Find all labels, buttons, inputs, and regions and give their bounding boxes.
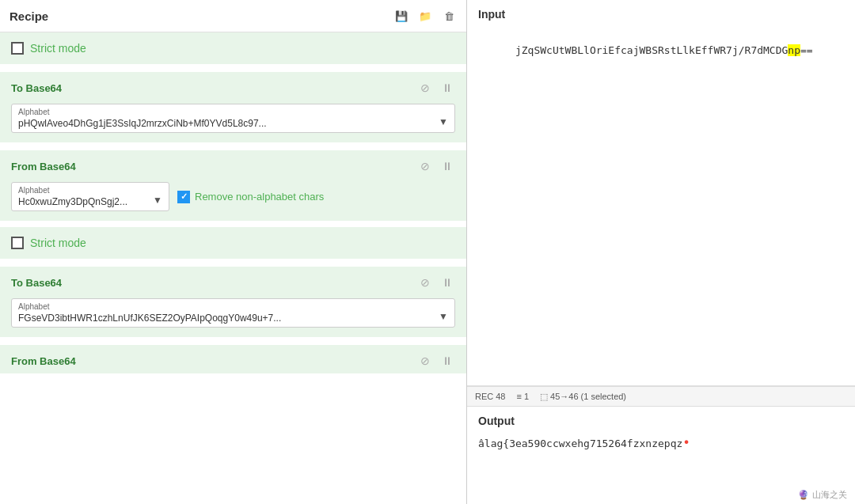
- input-text[interactable]: jZqSWcUtWBLlOriEfcajWBSRstLlkEffWR7j/R7d…: [478, 27, 844, 377]
- remove-nonalpha-option[interactable]: Remove non-alphabet chars: [177, 191, 324, 203]
- from-base64-bottom-block: From Base64 ⊘ ⏸: [0, 345, 466, 373]
- status-lines: ≡ 1: [516, 392, 529, 401]
- from-base64-top-options: Alphabet Hc0xwuZmy3DpQnSgj2... ▼ Remove …: [11, 182, 455, 211]
- disable-icon-to64-top[interactable]: ⊘: [417, 80, 433, 96]
- from-base64-top-header: From Base64 ⊘ ⏸: [0, 150, 466, 179]
- divider-3: [0, 221, 466, 227]
- input-text-after: ==: [800, 44, 813, 56]
- pause-icon-from64-top[interactable]: ⏸: [439, 158, 455, 174]
- status-selection-icon: ⬚: [540, 392, 548, 402]
- pause-icon-from64-bottom[interactable]: ⏸: [439, 353, 455, 369]
- output-text-content: âlag{3ea590ccwxehg715264fzxnzepqz: [478, 438, 682, 449]
- strict-mode-bottom-checkbox[interactable]: [11, 237, 24, 249]
- to-base64-bottom-actions: ⊘ ⏸: [417, 275, 455, 290]
- from-base64-top-title: From Base64: [11, 161, 76, 172]
- output-dot: •: [682, 435, 690, 450]
- to-base64-top-block: To Base64 ⊘ ⏸ Alphabet pHQwlAveo4DhGg1jE…: [0, 72, 466, 142]
- output-section: Output âlag{3ea590ccwxehg715264fzxnzepqz…: [467, 407, 855, 486]
- disable-icon-from64-top[interactable]: ⊘: [417, 158, 433, 174]
- to-base64-top-actions: ⊘ ⏸: [417, 80, 455, 96]
- strict-mode-top-checkbox[interactable]: [11, 42, 24, 55]
- input-label: Input: [478, 8, 844, 21]
- from-base64-bottom-actions: ⊘ ⏸: [417, 353, 455, 369]
- right-panel: Input jZqSWcUtWBLlOriEfcajWBSRstLlkEffWR…: [467, 0, 855, 504]
- dropdown-arrow-from64-top: ▼: [153, 195, 162, 206]
- alphabet-value-to64-top: pHQwlAveo4DhGg1jE3SsIqJ2mrzxCiNb+Mf0YVd5…: [18, 118, 448, 129]
- to-base64-bottom-block: To Base64 ⊘ ⏸ Alphabet FGseVD3ibtHWR1czh…: [0, 267, 466, 337]
- strict-mode-bottom-label: Strict mode: [30, 237, 86, 249]
- output-label: Output: [478, 415, 844, 427]
- status-lines-icon: ≡: [516, 392, 521, 401]
- input-text-highlighted: np: [788, 44, 800, 56]
- status-lines-value: 1: [524, 392, 529, 401]
- from-base64-top-block: From Base64 ⊘ ⏸ Alphabet Hc0xwuZmy3DpQnS…: [0, 150, 466, 221]
- divider-4: [0, 259, 466, 265]
- folder-icon[interactable]: 📁: [417, 8, 433, 24]
- watermark: 🔮 山海之关: [467, 486, 855, 504]
- save-icon[interactable]: 💾: [393, 8, 409, 24]
- status-selection: ⬚ 45→46 (1 selected): [540, 392, 626, 402]
- to-base64-top-header: To Base64 ⊘ ⏸: [0, 72, 466, 100]
- divider-1: [0, 64, 466, 70]
- disable-icon-from64-bottom[interactable]: ⊘: [417, 353, 433, 369]
- to-base64-bottom-title: To Base64: [11, 277, 62, 289]
- left-panel: Recipe 💾 📁 🗑 Strict mode To Base64 ⊘ ⏸: [0, 0, 467, 504]
- alphabet-dropdown-to64-bottom[interactable]: Alphabet FGseVD3ibtHWR1czhLnUfJK6SEZ2OyP…: [11, 298, 455, 328]
- strict-mode-bottom-row: Strict mode: [0, 227, 466, 259]
- strict-mode-top-label: Strict mode: [30, 42, 86, 55]
- alphabet-label-to64-bottom: Alphabet: [18, 302, 448, 311]
- remove-nonalpha-checkbox[interactable]: [177, 191, 190, 203]
- dropdown-arrow-to64-bottom: ▼: [439, 311, 448, 322]
- alphabet-label-from64-top: Alphabet: [18, 186, 162, 195]
- disable-icon-to64-bottom[interactable]: ⊘: [417, 275, 433, 290]
- status-rec: REC 48: [475, 392, 505, 401]
- remove-nonalpha-label: Remove non-alphabet chars: [195, 191, 324, 203]
- output-text: âlag{3ea590ccwxehg715264fzxnzepqz•: [478, 434, 844, 478]
- alphabet-value-from64-top: Hc0xwuZmy3DpQnSgj2...: [18, 196, 162, 207]
- strict-mode-top-row: Strict mode: [0, 32, 466, 64]
- status-bar: REC 48 ≡ 1 ⬚ 45→46 (1 selected): [467, 386, 855, 407]
- alphabet-value-to64-bottom: FGseVD3ibtHWR1czhLnUfJK6SEZ2OyPAIpQoqgY0…: [18, 313, 448, 324]
- pause-icon-to64-bottom[interactable]: ⏸: [439, 275, 455, 290]
- input-text-before: jZqSWcUtWBLlOriEfcajWBSRstLlkEffWR7j/R7d…: [515, 44, 788, 56]
- recipe-title: Recipe: [10, 9, 48, 23]
- input-section: Input jZqSWcUtWBLlOriEfcajWBSRstLlkEffWR…: [467, 0, 855, 386]
- divider-5: [0, 337, 466, 343]
- from-base64-bottom-header: From Base64 ⊘ ⏸: [0, 345, 466, 373]
- from-base64-bottom-title: From Base64: [11, 355, 76, 367]
- to-base64-top-title: To Base64: [11, 82, 62, 94]
- watermark-text: 山海之关: [812, 489, 847, 501]
- watermark-icon: 🔮: [798, 490, 809, 500]
- status-selection-value: 45→46 (1 selected): [550, 392, 626, 401]
- alphabet-dropdown-to64-top[interactable]: Alphabet pHQwlAveo4DhGg1jE3SsIqJ2mrzxCiN…: [11, 104, 455, 133]
- recipe-header: Recipe 💾 📁 🗑: [0, 0, 466, 32]
- status-rec-label: REC: [475, 392, 493, 401]
- status-rec-value: 48: [496, 392, 505, 401]
- pause-icon-to64-top[interactable]: ⏸: [439, 80, 455, 96]
- alphabet-label-to64-top: Alphabet: [18, 108, 448, 116]
- alphabet-dropdown-from64-top[interactable]: Alphabet Hc0xwuZmy3DpQnSgj2... ▼: [11, 182, 169, 211]
- trash-icon[interactable]: 🗑: [441, 8, 457, 24]
- from-base64-top-actions: ⊘ ⏸: [417, 158, 455, 174]
- recipe-toolbar: 💾 📁 🗑: [393, 8, 457, 24]
- to-base64-bottom-header: To Base64 ⊘ ⏸: [0, 267, 466, 295]
- divider-2: [0, 142, 466, 149]
- dropdown-arrow-to64-top: ▼: [439, 116, 448, 127]
